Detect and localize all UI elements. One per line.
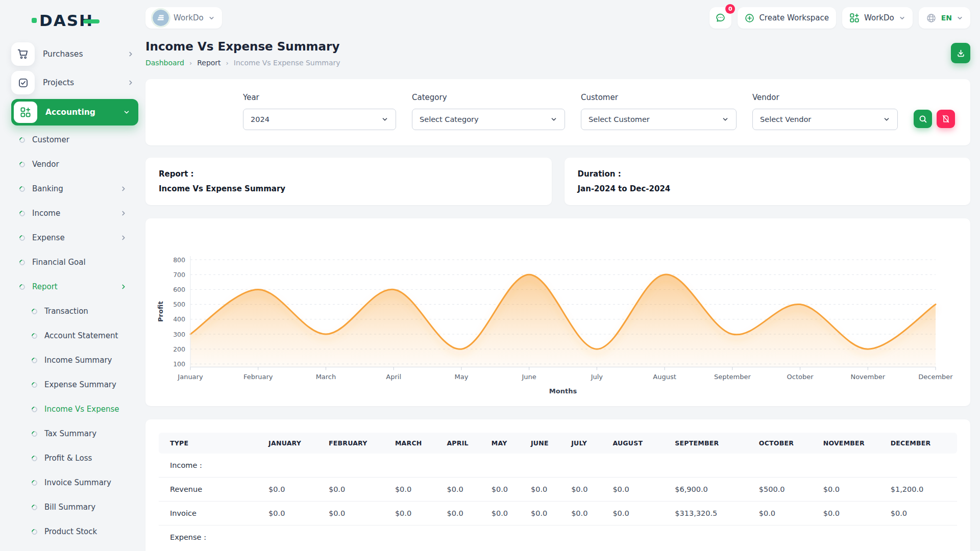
bullet-icon <box>31 332 39 340</box>
top-header: WorkDo 0 <box>145 0 970 32</box>
vendor-value: Select Vendor <box>760 115 811 123</box>
download-button[interactable] <box>951 43 970 63</box>
column-header-september: SEPTEMBER <box>669 433 753 454</box>
sidebar-item-bill-summary[interactable]: Bill Summary <box>11 495 138 519</box>
sidebar-item-expense-summary[interactable]: Expense Summary <box>11 372 138 397</box>
page-header: Income Vs Expense Summary Dashboard›Repo… <box>145 40 970 67</box>
cell <box>669 454 753 478</box>
column-header-may: MAY <box>485 433 525 454</box>
year-label: Year <box>243 93 396 102</box>
sidebar-item-expense[interactable]: Expense <box>11 226 138 250</box>
sidebar-item-income-summary[interactable]: Income Summary <box>11 348 138 372</box>
app-logo[interactable]: DASH <box>32 11 138 30</box>
cell: $0.0 <box>262 478 323 502</box>
header-actions: 0 Create Workspace W <box>709 7 970 29</box>
bullet-icon <box>31 405 39 413</box>
column-header-august: AUGUST <box>606 433 669 454</box>
grid-plus-icon <box>849 13 860 23</box>
tasks-icon <box>11 71 35 94</box>
cell <box>669 525 753 549</box>
bullet-icon <box>18 209 27 217</box>
group-row-expense: Expense : <box>159 525 957 549</box>
workspace-selector[interactable]: WorkDo <box>145 7 222 29</box>
sidebar-item-customer[interactable]: Customer <box>11 128 138 152</box>
svg-text:January: January <box>177 373 203 381</box>
customer-select[interactable]: Select Customer <box>581 109 737 130</box>
bullet-icon <box>31 430 39 438</box>
sidebar-item-cash-flow[interactable]: Cash Flow <box>11 544 138 551</box>
year-select[interactable]: 2024 <box>243 109 396 130</box>
vendor-select[interactable]: Select Vendor <box>752 109 898 130</box>
sidebar-item-label: Customer <box>32 135 138 144</box>
sidebar-item-financial-goal[interactable]: Financial Goal <box>11 250 138 274</box>
sidebar-item-invoice-summary[interactable]: Invoice Summary <box>11 470 138 495</box>
sidebar-item-projects[interactable]: Projects <box>11 68 138 97</box>
sidebar-item-income-vs-expense[interactable]: Income Vs Expense <box>11 397 138 421</box>
sidebar-item-label: Account Statement <box>44 331 138 340</box>
apply-filter-button[interactable] <box>914 110 932 128</box>
svg-text:June: June <box>521 373 536 381</box>
sidebar-item-tax-summary[interactable]: Tax Summary <box>11 421 138 446</box>
sidebar-item-account-statement[interactable]: Account Statement <box>11 323 138 348</box>
cell <box>525 525 565 549</box>
cell <box>389 454 441 478</box>
cell: $0.0 <box>389 502 441 525</box>
svg-text:October: October <box>787 373 814 381</box>
svg-text:600: 600 <box>173 286 185 293</box>
bullet-icon <box>18 258 27 266</box>
sidebar-item-label: Income <box>32 209 113 218</box>
sidebar-item-label: Expense Summary <box>44 380 138 389</box>
cell <box>817 525 885 549</box>
cell: $6,900.0 <box>669 478 753 502</box>
sidebar-item-label: Income Summary <box>44 356 138 365</box>
sidebar-item-label: Expense <box>32 233 113 242</box>
category-select[interactable]: Select Category <box>412 109 565 130</box>
cell: $313,320.5 <box>669 502 753 525</box>
cell: $0.0 <box>885 502 957 525</box>
language-selector[interactable]: EN <box>919 7 970 29</box>
cell <box>323 525 389 549</box>
sidebar-item-profit-loss[interactable]: Profit & Loss <box>11 446 138 470</box>
sidebar-item-accounting[interactable]: Accounting <box>11 99 138 126</box>
cell: $0.0 <box>565 502 606 525</box>
column-header-november: NOVEMBER <box>817 433 885 454</box>
workspace-menu-button[interactable]: WorkDo <box>842 7 913 29</box>
year-value: 2024 <box>251 115 270 123</box>
globe-icon <box>926 13 937 23</box>
sidebar-item-report[interactable]: Report <box>11 274 138 299</box>
svg-text:700: 700 <box>173 271 185 279</box>
logo-bar <box>83 19 100 23</box>
sidebar-item-product-stock[interactable]: Product Stock <box>11 519 138 544</box>
sidebar-item-label: Purchases <box>43 49 119 59</box>
svg-text:500: 500 <box>173 300 185 308</box>
sidebar-item-transaction[interactable]: Transaction <box>11 299 138 323</box>
breadcrumb-item-report[interactable]: Report <box>197 59 220 67</box>
cell <box>440 525 485 549</box>
table-row-invoice: Invoice$0.0$0.0$0.0$0.0$0.0$0.0$0.0$0.0$… <box>159 502 957 525</box>
sidebar-item-label: Financial Goal <box>32 258 138 267</box>
create-workspace-button[interactable]: Create Workspace <box>738 7 836 29</box>
cell: $0.0 <box>606 502 669 525</box>
column-header-june: JUNE <box>525 433 565 454</box>
chevron-down-icon <box>899 15 905 21</box>
breadcrumb-item-dashboard[interactable]: Dashboard <box>145 59 184 67</box>
cell: $0.0 <box>753 502 817 525</box>
bullet-icon <box>18 283 27 291</box>
reset-filter-button[interactable] <box>937 110 955 128</box>
sidebar-item-income[interactable]: Income <box>11 201 138 226</box>
download-icon <box>957 49 965 58</box>
cell <box>817 454 885 478</box>
chevron-down-icon <box>722 116 729 123</box>
breadcrumb: Dashboard›Report›Income Vs Expense Summa… <box>145 59 340 67</box>
sidebar-item-purchases[interactable]: Purchases <box>11 40 138 68</box>
messages-button[interactable]: 0 <box>709 7 731 29</box>
plus-circle-icon <box>745 13 754 23</box>
chevron-right-icon <box>127 79 134 86</box>
sidebar-item-banking[interactable]: Banking <box>11 177 138 201</box>
create-workspace-label: Create Workspace <box>759 13 829 22</box>
sidebar-item-vendor[interactable]: Vendor <box>11 152 138 177</box>
cell: $1,200.0 <box>885 478 957 502</box>
svg-text:November: November <box>850 373 885 381</box>
chevron-right-icon <box>120 234 127 241</box>
sidebar-item-label: Accounting <box>45 108 115 117</box>
